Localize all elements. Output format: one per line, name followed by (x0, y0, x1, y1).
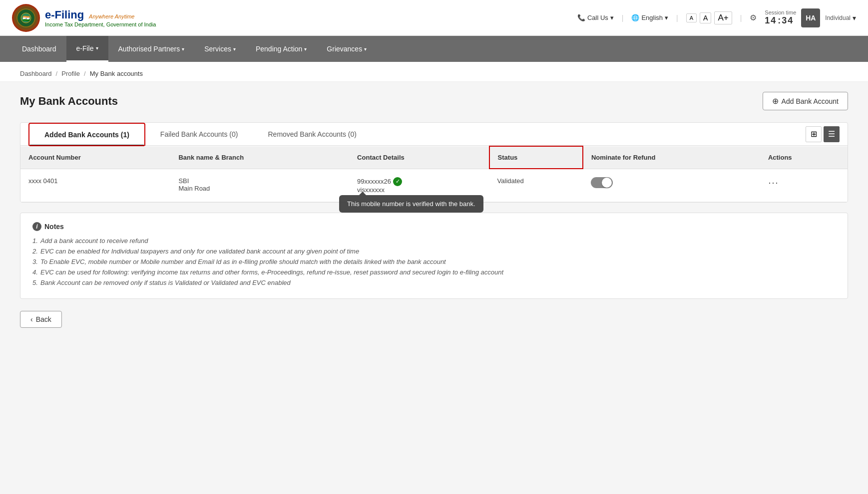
nav-bar: Dashboard e-File ▾ Authorised Partners ▾… (0, 36, 868, 62)
notes-title: Notes (44, 223, 64, 231)
actions-menu-button[interactable]: ⋮ (767, 178, 779, 188)
bank-branch: Main Road (178, 185, 210, 192)
user-info[interactable]: Individual ▾ (825, 14, 856, 22)
tab-added-label: Added Bank Accounts (1) (44, 131, 129, 139)
breadcrumb: Dashboard / Profile / My Bank accounts (20, 70, 848, 77)
lang-arrow: ▾ (665, 14, 668, 21)
nav-grievances-arrow: ▾ (364, 46, 367, 52)
cell-actions[interactable]: ⋮ (760, 169, 848, 202)
call-us-label: Call Us (587, 14, 608, 21)
page-header: My Bank Accounts ⊕ Add Bank Account (20, 92, 848, 110)
logo-title: e-Filing Anywhere Anytime (45, 8, 156, 21)
language-label: English (641, 14, 663, 21)
session-colon: : (778, 15, 781, 26)
top-right-controls: 📞 Call Us ▾ | 🌐 English ▾ | A A A+ | ⚙ S… (577, 8, 856, 27)
contact-email: visxxxxxx (357, 186, 481, 194)
grid-icon: ⊞ (811, 129, 817, 139)
cell-account-number: xxxx 0401 (20, 169, 170, 202)
contact-number: 99xxxxxx26 (357, 178, 391, 185)
session-label: Session time (765, 9, 796, 15)
nav-grievances[interactable]: Grievances ▾ (317, 36, 377, 62)
note-item-4: EVC can be used for following: verifying… (32, 268, 836, 276)
back-button[interactable]: ‹ Back (20, 311, 62, 328)
user-type-label: Individual (825, 14, 851, 21)
cell-nominate-refund[interactable] (583, 169, 760, 202)
verified-checkmark-icon: ✓ (393, 177, 402, 186)
logo-subtitle: Income Tax Department, Government of Ind… (45, 21, 156, 27)
col-nominate-refund: Nominate for Refund (583, 146, 760, 169)
font-medium-button[interactable]: A (700, 12, 711, 23)
grid-view-button[interactable]: ⊞ (806, 126, 822, 142)
view-toggle: ⊞ ☰ (806, 126, 840, 142)
call-us-arrow: ▾ (610, 14, 614, 21)
breadcrumb-dashboard[interactable]: Dashboard (20, 70, 52, 77)
breadcrumb-current: My Bank accounts (90, 70, 143, 77)
nav-services-arrow: ▾ (233, 46, 236, 52)
nav-efile[interactable]: e-File ▾ (66, 36, 108, 62)
table-body: xxxx 0401 SBI Main Road 99xxxxxx26 ✓ vis… (20, 169, 848, 202)
nav-authorised-partners[interactable]: Authorised Partners ▾ (108, 36, 195, 62)
nav-dashboard-label: Dashboard (22, 45, 56, 53)
col-actions: Actions (760, 146, 848, 169)
session-area: Session time 14 : 34 HA Individual ▾ (765, 8, 856, 27)
language-selector[interactable]: 🌐 English ▾ (631, 14, 668, 21)
notes-header: i Notes (32, 222, 836, 231)
table-header: Account Number Bank name & Branch Contac… (20, 146, 848, 169)
svg-text:🇮🇳: 🇮🇳 (22, 14, 30, 22)
nav-pending-label: Pending Action (256, 45, 302, 53)
font-small-button[interactable]: A (686, 13, 697, 22)
breadcrumb-area: Dashboard / Profile / My Bank accounts (0, 62, 868, 82)
info-icon: i (32, 222, 41, 231)
tooltip-text: This mobile number is verified with the … (347, 200, 475, 208)
globe-icon: 🌐 (631, 14, 639, 21)
tab-removed-label: Removed Bank Accounts (0) (268, 130, 356, 138)
bank-accounts-container: Added Bank Accounts (1) Failed Bank Acco… (20, 122, 848, 203)
page-title: My Bank Accounts (20, 95, 118, 108)
call-us-button[interactable]: 📞 Call Us ▾ (577, 14, 614, 21)
toggle-knob (602, 178, 612, 188)
logo-text: e-Filing Anywhere Anytime Income Tax Dep… (45, 8, 156, 27)
cell-status: Validated (489, 169, 583, 202)
note-item-2: EVC can be enabled for Individual taxpay… (32, 247, 836, 255)
nav-services[interactable]: Services ▾ (194, 36, 246, 62)
list-icon: ☰ (828, 129, 835, 139)
list-view-button[interactable]: ☰ (824, 126, 840, 142)
nav-dashboard[interactable]: Dashboard (12, 36, 66, 62)
session-hours: 14 (765, 15, 777, 26)
contact-verified-row: 99xxxxxx26 ✓ (357, 177, 481, 186)
cell-bank-name: SBI Main Road (170, 169, 349, 202)
nav-pending-action[interactable]: Pending Action ▾ (246, 36, 317, 62)
phone-icon: 📞 (577, 14, 585, 21)
bank-name: SBI (178, 177, 189, 185)
cell-contact-details: 99xxxxxx26 ✓ visxxxxxx This mobile numbe… (349, 169, 489, 202)
breadcrumb-sep-2: / (84, 70, 86, 77)
session-mins: 34 (782, 15, 794, 26)
settings-button[interactable]: ⚙ (750, 13, 757, 22)
bank-accounts-table: Account Number Bank name & Branch Contac… (20, 146, 848, 202)
col-bank-name: Bank name & Branch (170, 146, 349, 169)
tab-failed-bank-accounts[interactable]: Failed Bank Accounts (0) (145, 123, 253, 145)
nav-auth-label: Authorised Partners (118, 45, 180, 53)
tabs-header: Added Bank Accounts (1) Failed Bank Acco… (20, 123, 848, 146)
tab-removed-bank-accounts[interactable]: Removed Bank Accounts (0) (253, 123, 371, 145)
nominate-refund-toggle[interactable] (591, 177, 613, 188)
tab-failed-label: Failed Bank Accounts (0) (160, 130, 238, 138)
font-large-button[interactable]: A+ (714, 11, 732, 24)
separator-1: | (622, 14, 624, 22)
breadcrumb-profile[interactable]: Profile (61, 70, 80, 77)
main-content: My Bank Accounts ⊕ Add Bank Account Adde… (0, 82, 868, 490)
tab-added-bank-accounts[interactable]: Added Bank Accounts (1) (28, 123, 145, 146)
notes-section: i Notes Add a bank account to receive re… (20, 213, 848, 299)
avatar: HA (801, 8, 820, 27)
tooltip-verified: This mobile number is verified with the … (339, 195, 483, 213)
nav-services-label: Services (204, 45, 231, 53)
add-circle-icon: ⊕ (772, 96, 779, 106)
nav-pending-arrow: ▾ (304, 46, 307, 52)
breadcrumb-sep-1: / (56, 70, 58, 77)
note-item-3: To Enable EVC, mobile number or Mobile n… (32, 258, 836, 265)
nav-grievances-label: Grievances (327, 45, 362, 53)
separator-3: | (740, 14, 742, 22)
note-item-1: Add a bank account to receive refund (32, 237, 836, 245)
notes-list: Add a bank account to receive refund EVC… (32, 237, 836, 286)
add-bank-account-button[interactable]: ⊕ Add Bank Account (763, 92, 848, 110)
